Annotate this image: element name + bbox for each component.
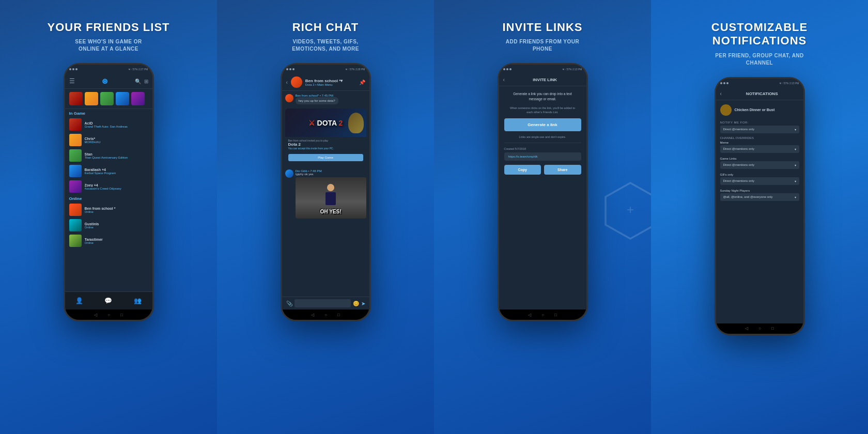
person-torso — [326, 192, 336, 205]
friend-game-zoey: Assassin's Creed Odyssey — [85, 187, 148, 190]
home-btn-2[interactable]: ○ — [324, 313, 327, 317]
back-btn[interactable]: ◁ — [94, 313, 97, 317]
hamburger-icon[interactable]: ☰ — [69, 78, 75, 85]
status-time-3: ▼↑ 57% 2:13 PM — [562, 68, 582, 71]
recents-btn-3[interactable]: □ — [554, 313, 557, 317]
notif-group-meme: Meme Direct @mentions only ▾ — [720, 141, 799, 153]
gifs-dropdown[interactable]: Direct @mentions only ▾ — [720, 177, 799, 185]
avatar-dota[interactable] — [116, 92, 129, 105]
avatar-colby[interactable] — [69, 92, 83, 105]
dota2-game-name: Dota 2 — [288, 142, 363, 147]
dota2-accept-text: You can accept this invite from your PC. — [288, 147, 363, 150]
search-icon[interactable]: 🔍 — [135, 79, 141, 84]
status-time-2: ▼↑ 57% 2:28 PM — [345, 68, 365, 71]
hex-decoration: + — [599, 180, 651, 242]
share-link-button[interactable]: Share — [544, 165, 581, 175]
friends-nav-icon[interactable]: 👤 — [75, 297, 83, 304]
home-btn-4[interactable]: ○ — [758, 326, 761, 331]
dota2-invite-card[interactable]: ⚔ DOTA 2 Ben from school invited you to … — [285, 109, 366, 163]
avatar-rocket[interactable] — [131, 92, 145, 105]
friend-game-barallash: Kerbal Space Program — [85, 172, 148, 175]
android-nav-2: ◁ ○ □ — [282, 309, 369, 320]
panel-friends-list: YOUR FRIENDS LIST SEE WHO'S IN GAME ORON… — [0, 0, 217, 434]
sunday-setting-value: @all, @online, and @everyone only — [723, 195, 773, 198]
chat-header: ‹ Ben from school *▾ Dota 2 • Main Menu … — [282, 74, 369, 91]
friend-tarastimer[interactable]: Tarastimer Online — [65, 233, 152, 249]
game-links-dropdown[interactable]: Direct @mentions only ▾ — [720, 161, 799, 169]
group-nav-icon[interactable]: 👥 — [134, 297, 142, 304]
friend-name-chris: Chris* — [85, 137, 148, 141]
friend-stan[interactable]: Stan Titan Quest Anniversary Edition — [65, 148, 152, 163]
notif-body: Chicken Dinner or Bust NOTIFY ME FOR: Di… — [716, 100, 803, 323]
back-arrow-3[interactable]: ‹ — [503, 77, 505, 83]
steam-logo: ⊛ — [102, 77, 108, 85]
friends-header: ☰ ⊛ 🔍 ⊞ — [65, 74, 152, 89]
send-icon[interactable]: ➤ — [361, 301, 365, 306]
bottom-nav: 👤 💬 👥 — [65, 291, 152, 309]
dota2-logo: ⚔ DOTA 2 — [308, 119, 343, 127]
status-dot — [509, 68, 512, 70]
avatar-bill[interactable] — [100, 92, 114, 105]
pin-icon[interactable]: 📌 — [359, 80, 365, 85]
main-notify-dropdown[interactable]: Direct @mentions only ▾ — [720, 126, 799, 133]
back-btn-3[interactable]: ◁ — [528, 313, 531, 317]
notif-group-game-links: Game Links Direct @mentions only ▾ — [720, 157, 799, 169]
friend-game-chris: MORDHAU — [85, 141, 148, 144]
friend-game-stan: Titan Quest Anniversary Edition — [85, 156, 148, 159]
attach-icon[interactable]: 📎 — [286, 301, 292, 306]
msg-bubble-1: hey you up for some dota? — [296, 97, 338, 104]
panel-1-subtitle: SEE WHO'S IN GAME ORONLINE AT A GLANCE — [75, 38, 142, 53]
compose-icon[interactable]: ⊞ — [144, 79, 148, 84]
status-dot — [506, 68, 508, 70]
sunday-dropdown[interactable]: @all, @online, and @everyone only ▾ — [720, 193, 799, 201]
giphy-message: Dio Gibb • 7:46 PM /giphy ok yes OH YES! — [285, 169, 366, 219]
notif-header: ‹ NOTIFICATIONS — [716, 88, 803, 100]
single-use-note: Links are single-use and don't expire. — [504, 135, 581, 138]
friend-game-acid: Grand Theft Auto: San Andreas — [85, 125, 148, 128]
header-icons: 🔍 ⊞ — [135, 79, 148, 84]
friend-barallash[interactable]: Barallash +4 Kerbal Space Program — [65, 163, 152, 179]
friend-gustinis[interactable]: Gustinis Online — [65, 218, 152, 233]
chat-nav-icon[interactable]: 💬 — [104, 297, 112, 304]
friend-status-gustinis: Online — [85, 226, 148, 229]
link-url[interactable]: https://s.team/cmp/dk — [504, 152, 581, 161]
msg-avatar-dio — [285, 169, 293, 178]
notif-screen-title: NOTIFICATIONS — [725, 91, 799, 96]
home-btn-3[interactable]: ○ — [541, 313, 544, 317]
status-bar-1: ▼↑ 57% 2:27 PM — [65, 65, 152, 74]
recents-btn-2[interactable]: □ — [337, 313, 340, 317]
notif-friend-avatar — [720, 104, 732, 116]
gifs-setting-value: Direct @mentions only — [723, 179, 754, 182]
play-game-button[interactable]: Play Game — [288, 154, 363, 161]
generate-link-button[interactable]: Generate a link — [504, 118, 581, 131]
friend-zoey[interactable]: Zoey +4 Assassin's Creed Odyssey — [65, 179, 152, 194]
back-btn-4[interactable]: ◁ — [745, 326, 748, 331]
back-btn-2[interactable]: ◁ — [311, 313, 314, 317]
status-time-4: ▼↑ 57% 2:13 PM — [779, 82, 799, 85]
status-dot — [286, 68, 288, 70]
phone-mockup-2: ▼↑ 57% 2:28 PM ‹ Ben from school *▾ Dota… — [281, 63, 371, 321]
avatar-chris[interactable] — [85, 92, 98, 105]
status-dot — [723, 82, 725, 84]
game-links-setting-value: Direct @mentions only — [723, 163, 754, 166]
channel-name-sunday: Sunday Night Players — [720, 189, 799, 192]
back-arrow[interactable]: ‹ — [286, 80, 288, 85]
friend-avatar-ben — [69, 204, 82, 216]
chat-input-field[interactable] — [295, 299, 351, 307]
back-arrow-4[interactable]: ‹ — [720, 91, 722, 97]
status-dot — [720, 82, 722, 84]
friend-chris[interactable]: Chris* MORDHAU — [65, 132, 152, 148]
recents-btn[interactable]: □ — [120, 313, 123, 317]
friend-acid[interactable]: AciD Grand Theft Auto: San Andreas — [65, 117, 152, 132]
friend-ben[interactable]: Ben from school * Online — [65, 202, 152, 218]
invite-description: Generate a link you can drop into a text… — [504, 91, 581, 102]
notif-group-gifs: GIFs only Direct @mentions only ▾ — [720, 173, 799, 185]
copy-link-button[interactable]: Copy — [504, 165, 541, 175]
status-dot — [289, 68, 291, 70]
recents-btn-4[interactable]: □ — [771, 326, 774, 331]
emoji-icon[interactable]: 😊 — [353, 301, 359, 306]
home-btn[interactable]: ○ — [107, 313, 110, 317]
meme-dropdown[interactable]: Direct @mentions only ▾ — [720, 145, 799, 153]
friend-name-acid: AciD — [85, 121, 148, 125]
invite-screen-title: INVITE LINK — [508, 78, 582, 82]
